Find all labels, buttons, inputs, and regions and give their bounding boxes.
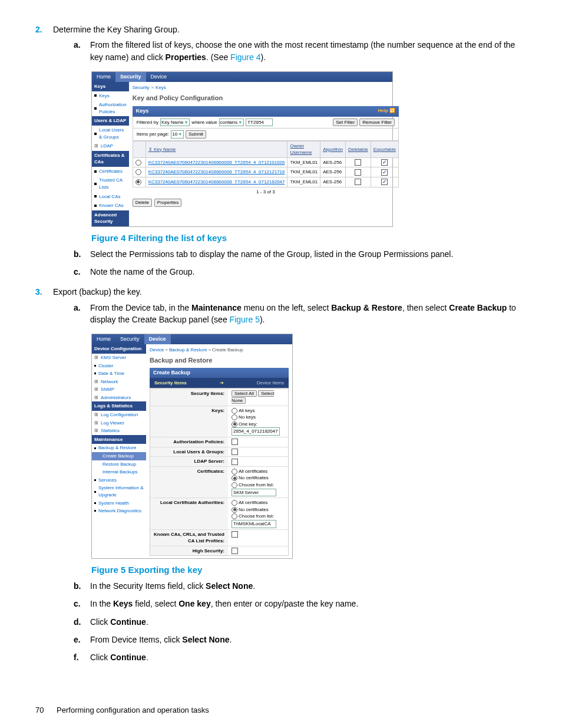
filter-value-input[interactable]: TT2854 <box>246 118 273 127</box>
remove-filter-button[interactable]: Remove Filter <box>359 118 395 127</box>
figure-link[interactable]: Figure 4 <box>230 52 260 62</box>
onekey-radio[interactable] <box>232 421 237 427</box>
tab-home[interactable]: Home <box>92 72 115 82</box>
sidebar-item-cluster[interactable]: Cluster <box>92 362 146 370</box>
text: Note the name of the Group. <box>90 267 194 276</box>
arrow-icon: ➔ <box>220 380 224 387</box>
crumb: Keys <box>156 85 166 90</box>
sidebar-item-restorebackup[interactable]: Restore Backup <box>92 460 146 469</box>
col-owner[interactable]: Owner Username <box>287 141 320 157</box>
knownca-checkbox[interactable] <box>232 531 238 538</box>
set-filter-button[interactable]: Set Filter <box>333 118 358 127</box>
step-number: 3. <box>35 286 53 669</box>
lca-no-radio[interactable] <box>232 507 237 513</box>
sidebar-item-localusers[interactable]: Local Users & Groups <box>92 126 129 141</box>
tab-home[interactable]: Home <box>92 334 115 344</box>
main-panel: Security»Keys Key and Policy Configurati… <box>129 82 402 226</box>
panel-header: KeysHelp 🔁 <box>133 106 399 116</box>
items-per-page: Items per page: 10▼ Submit <box>133 129 399 141</box>
sidebar-item-admins[interactable]: ⊞Administrators <box>92 394 146 402</box>
lca-choose-radio[interactable] <box>232 513 237 519</box>
sidebar-item-knownca[interactable]: Known CAs <box>92 201 129 210</box>
step-text: Export (backup) the key. <box>53 287 142 297</box>
certs-input[interactable]: SKM Server <box>232 489 276 497</box>
col-keyname[interactable]: ⇕ Key Name <box>146 141 287 157</box>
properties-button[interactable]: Properties <box>154 199 181 207</box>
figure-link[interactable]: Figure 5 <box>230 315 260 324</box>
figure4-caption: Figure 4 Filtering the list of keys <box>91 232 527 245</box>
step-number: 2. <box>35 24 53 284</box>
col-algorithm[interactable]: Algorithm <box>320 141 346 157</box>
sidebar-item-network[interactable]: ⊞Network <box>92 378 146 386</box>
key-link[interactable]: KC337240AE070804722301408860008_TT2854_4… <box>146 157 287 167</box>
allcerts-radio[interactable] <box>232 469 237 475</box>
wizard-tab-device[interactable]: Device Items <box>257 380 284 387</box>
wizard-tab-security[interactable]: Security Items <box>154 380 187 387</box>
filter-field-select[interactable]: Key Name▼ <box>160 118 190 127</box>
sidebar-heading: Users & LDAP <box>92 116 129 126</box>
nocerts-radio[interactable] <box>232 475 237 481</box>
perpage-select[interactable]: 10▼ <box>171 130 184 139</box>
tab-device[interactable]: Device <box>144 334 171 344</box>
crumb[interactable]: Security <box>133 85 150 90</box>
sidebar-item-authpolicies[interactable]: Authorization Policies <box>92 100 129 116</box>
sidebar-item-netdiag[interactable]: Network Diagnostics <box>92 507 146 515</box>
tab-device[interactable]: Device <box>146 72 172 82</box>
col-deletable[interactable]: Deletable <box>345 141 371 157</box>
help-link[interactable]: Help 🔁 <box>378 107 395 115</box>
sidebar-item-datetime[interactable]: Date & Time <box>92 370 146 378</box>
lca-input[interactable]: ThMSKMLocalCA <box>232 520 276 528</box>
choosecerts-radio[interactable] <box>232 482 237 488</box>
tab-security[interactable]: Security <box>115 334 144 344</box>
substep-letter: d. <box>74 616 90 628</box>
sidebar-item-logviewer[interactable]: ⊞Log Viewer <box>92 419 146 427</box>
sidebar-heading: Device Configuration <box>92 344 146 354</box>
sidebar-item-logconfig[interactable]: ⊞Log Configuration <box>92 411 146 419</box>
sidebar-item-kms[interactable]: ⊞KMS Server <box>92 354 146 362</box>
page-number: 70 <box>35 706 44 714</box>
sidebar-item-keys[interactable]: Keys <box>92 91 129 101</box>
table-row: KC337240AE070804722301408860008_TT2854_4… <box>133 157 398 167</box>
nokeys-radio[interactable] <box>232 414 237 420</box>
filter-op-select[interactable]: contains▼ <box>219 118 244 127</box>
tab-security[interactable]: Security <box>115 72 146 82</box>
deletable-checkbox <box>355 169 361 176</box>
sidebar-item-createbackup[interactable]: Create Backup <box>92 452 146 460</box>
section-title: Key and Policy Configuration <box>133 94 399 103</box>
sidebar-item-sysinfo[interactable]: System Information & Upgrade <box>92 484 146 499</box>
highsec-checkbox[interactable] <box>232 548 238 554</box>
sidebar-item-ldap[interactable]: ⊞LDAP <box>92 141 129 151</box>
section-title: Backup and Restore <box>150 356 289 365</box>
key-link[interactable]: KC337240AE070804722301408860008_TT2854_4… <box>146 177 287 187</box>
authpol-checkbox[interactable] <box>232 439 238 445</box>
substep-letter: b. <box>74 248 90 260</box>
sidebar-item-snmp[interactable]: ⊞SNMP <box>92 386 146 394</box>
select-all-button[interactable]: Select All <box>232 390 257 397</box>
sidebar-item-trustedca[interactable]: Trusted CA Lists <box>92 176 129 192</box>
row-radio[interactable] <box>135 169 141 175</box>
col-exportable[interactable]: Exportable <box>371 141 398 157</box>
row-radio[interactable] <box>135 179 141 185</box>
allkeys-radio[interactable] <box>232 408 237 414</box>
top-tabs: Home Security Device <box>92 334 292 344</box>
breadcrumb: Device»Backup & Restore»Create Backup <box>150 347 289 354</box>
substep-letter: e. <box>74 634 90 645</box>
sidebar-item-statistics[interactable]: ⊞Statistics <box>92 427 146 435</box>
delete-button[interactable]: Delete <box>133 199 152 207</box>
ldap-checkbox[interactable] <box>232 459 238 465</box>
substeps: a. From the filtered list of keys, choos… <box>53 39 527 63</box>
sidebar: Device Configuration ⊞KMS Server Cluster… <box>92 344 146 558</box>
onekey-input[interactable]: 2854_4_0712182047 <box>232 427 280 436</box>
lca-all-radio[interactable] <box>232 500 237 506</box>
submit-button[interactable]: Submit <box>186 130 206 139</box>
key-link[interactable]: KC337240AE070804722301408860008_TT2854_4… <box>146 167 287 177</box>
top-tabs: Home Security Device <box>92 72 392 82</box>
sidebar-item-internalbackups[interactable]: Internal Backups <box>92 468 146 476</box>
sidebar-item-services[interactable]: Services <box>92 476 146 485</box>
sidebar-item-localca[interactable]: Local CAs <box>92 192 129 202</box>
sidebar-item-certs[interactable]: Certificates <box>92 167 129 176</box>
sidebar-item-syshealth[interactable]: System Health <box>92 499 146 508</box>
row-radio[interactable] <box>135 160 141 166</box>
localusers-checkbox[interactable] <box>232 449 238 455</box>
sidebar-item-backuprestore[interactable]: Backup & Restore <box>92 444 146 452</box>
